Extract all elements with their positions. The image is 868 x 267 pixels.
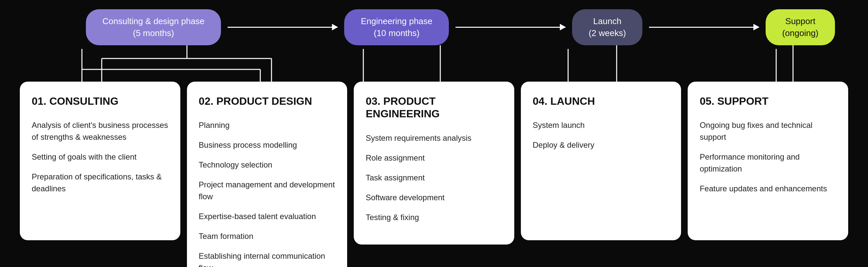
engineering-item-1: System requirements analysis: [366, 132, 502, 144]
consulting-item-3: Preparation of specifications, tasks & d…: [32, 171, 168, 195]
launch-item-2: Deploy & delivery: [533, 139, 670, 151]
support-item-1: Ongoing bug fixes and technical support: [700, 119, 836, 143]
phase-consulting-design: Consulting & design phase (5 months): [86, 9, 221, 45]
consulting-item-2: Setting of goals with the client: [32, 151, 168, 163]
card-launch: 04. LAUNCH System launch Deploy & delive…: [521, 82, 681, 240]
design-item-3: Technology selection: [199, 159, 336, 171]
consulting-item-1: Analysis of client's business processes …: [32, 119, 168, 143]
design-item-5: Expertise-based talent evaluation: [199, 210, 336, 222]
support-item-2: Performance monitoring and optimization: [700, 151, 836, 175]
cards-row: 01. CONSULTING Analysis of client's busi…: [7, 82, 861, 267]
design-item-1: Planning: [199, 119, 336, 131]
phase-launch: Launch (2 weeks): [572, 9, 643, 45]
card-launch-title: 04. LAUNCH: [533, 95, 670, 108]
launch-item-1: System launch: [533, 119, 670, 131]
design-item-6: Team formation: [199, 230, 336, 242]
card-consulting: 01. CONSULTING Analysis of client's busi…: [20, 82, 180, 240]
engineering-item-2: Role assignment: [366, 152, 502, 164]
card-product-design: 02. PRODUCT DESIGN Planning Business pro…: [187, 82, 347, 267]
diagram-container: Consulting & design phase (5 months) Eng…: [0, 0, 868, 267]
engineering-item-5: Testing & fixing: [366, 211, 502, 224]
support-item-3: Feature updates and enhancements: [700, 183, 836, 195]
phase-support: Support (ongoing): [766, 9, 835, 45]
card-consulting-title: 01. CONSULTING: [32, 95, 168, 108]
engineering-item-3: Task assignment: [366, 172, 502, 184]
design-item-2: Business process modelling: [199, 139, 336, 151]
engineering-item-4: Software development: [366, 192, 502, 204]
card-support-title: 05. SUPPORT: [700, 95, 836, 108]
design-item-7: Establishing internal communication flow: [199, 250, 336, 267]
card-product-engineering: 03. PRODUCT ENGINEERING System requireme…: [354, 82, 514, 244]
design-item-4: Project management and development flow: [199, 179, 336, 203]
card-support: 05. SUPPORT Ongoing bug fixes and techni…: [688, 82, 848, 240]
card-product-design-title: 02. PRODUCT DESIGN: [199, 95, 336, 108]
phase-engineering: Engineering phase (10 months): [344, 9, 449, 45]
card-product-engineering-title: 03. PRODUCT ENGINEERING: [366, 95, 502, 120]
bracket-connectors: [20, 45, 848, 82]
